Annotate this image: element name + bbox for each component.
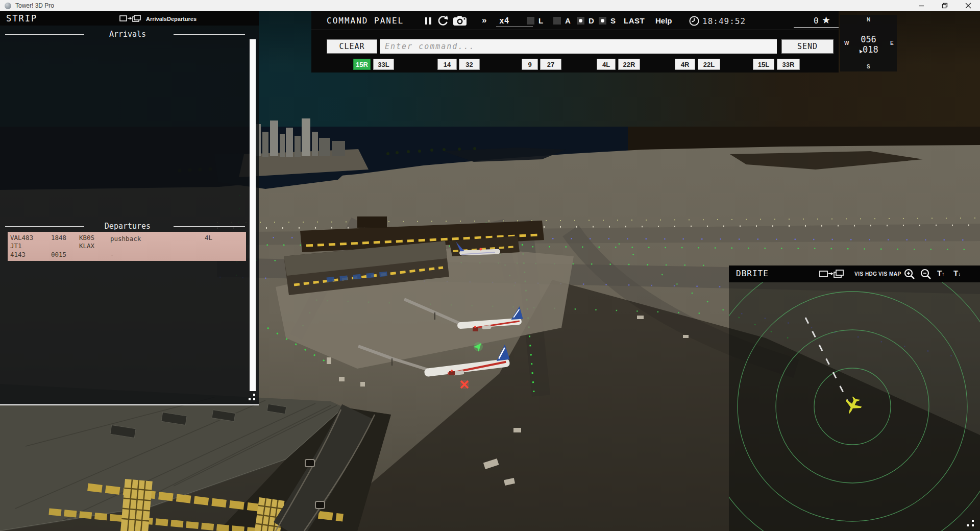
runway-button-15L[interactable]: 15L: [753, 59, 774, 70]
dbrite-header: DBRITE VIS HDG VIS MAP T↑ T↓: [729, 266, 980, 282]
strip-panel: STRIP Arrivals Departures Arrivals Depar…: [0, 11, 259, 405]
arrivals-section-header: Arrivals: [0, 30, 259, 40]
score-underline: [794, 27, 839, 28]
replay-icon[interactable]: [437, 15, 449, 27]
departures-section-header: Departures: [0, 222, 259, 232]
toggle-L-label: L: [538, 16, 543, 25]
strip-panel-title: STRIP: [6, 13, 37, 23]
score-star-icon: ★: [822, 14, 830, 26]
toggle-A-label: A: [565, 16, 571, 25]
strip-destination: KLAX: [79, 242, 94, 250]
runway-button-4R[interactable]: 4R: [675, 59, 695, 70]
radar-scope[interactable]: [729, 266, 980, 531]
strip-scrollbar[interactable]: [250, 39, 256, 391]
text-size-up-button[interactable]: T↑: [937, 269, 944, 277]
toggle-D-label: D: [589, 16, 594, 25]
strip-squawk: 1848: [51, 234, 66, 242]
score-value: 0: [814, 16, 819, 26]
command-panel-title: COMMAND PANEL: [327, 16, 404, 26]
clock-icon: [689, 16, 699, 26]
close-icon: [965, 3, 971, 9]
window-titlebar: Tower! 3D Pro: [0, 0, 980, 11]
wind-heading-value: 056: [840, 34, 897, 44]
restore-icon: [942, 3, 948, 9]
command-panel: COMMAND PANEL » x4 L A D S LAST Help 18:…: [311, 11, 839, 73]
tab-departures[interactable]: Departures: [167, 16, 197, 22]
runway-button-32[interactable]: 32: [459, 59, 480, 70]
runway-button-27[interactable]: 27: [540, 59, 561, 70]
runway-button-9[interactable]: 9: [522, 59, 538, 70]
runway-button-14[interactable]: 14: [437, 59, 457, 70]
dbrite-resize-grip: [967, 520, 974, 526]
dbrite-title: DBRITE: [736, 269, 769, 278]
dbrite-popout-icon[interactable]: [819, 269, 845, 279]
restore-button[interactable]: [933, 0, 957, 11]
flight-strip-VAL483[interactable]: VAL483 1848 KB0S pushback 4L JT1 KLAX 41…: [8, 232, 246, 261]
radar-aircraft-icon: [841, 395, 864, 418]
runway-button-4L[interactable]: 4L: [597, 59, 616, 70]
toggle-D[interactable]: [577, 17, 584, 25]
sim-clock: 18:49:52: [702, 16, 746, 26]
toggle-L[interactable]: [527, 17, 534, 25]
compass-wind-indicator: N W E S 056 ▲018: [840, 15, 897, 71]
toggle-S[interactable]: [599, 17, 606, 25]
zoom-in-icon[interactable]: [903, 269, 916, 280]
runway-button-33L[interactable]: 33L: [373, 59, 394, 70]
strip-callsign: VAL483: [10, 234, 33, 242]
dbrite-radar-panel: DBRITE VIS HDG VIS MAP T↑ T↓: [729, 266, 980, 531]
command-input[interactable]: [380, 39, 777, 54]
strip-origin: KB0S: [79, 234, 94, 242]
strip-panel-header: STRIP Arrivals Departures: [0, 11, 259, 26]
vis-hdg-button[interactable]: VIS HDG: [854, 271, 877, 277]
strip-status: pushback: [110, 235, 141, 243]
minimize-button[interactable]: [910, 0, 933, 11]
runway-button-15R[interactable]: 15R: [353, 59, 371, 70]
fast-forward-chevrons[interactable]: »: [482, 15, 486, 26]
zoom-out-icon[interactable]: [920, 269, 932, 280]
strip-time: 0015: [51, 251, 66, 258]
strip-note: -: [110, 251, 114, 258]
strip-code: 4143: [10, 251, 26, 258]
camera-icon[interactable]: [453, 16, 468, 26]
runway-button-33R[interactable]: 33R: [777, 59, 800, 70]
tab-arrivals[interactable]: Arrivals: [146, 16, 167, 22]
arrow-down-icon: ↓: [958, 271, 961, 277]
toggle-A[interactable]: [553, 17, 561, 25]
command-panel-divider: [311, 30, 839, 30]
window-title: Tower! 3D Pro: [15, 2, 54, 9]
pause-icon[interactable]: [425, 17, 432, 25]
strip-resize-grip[interactable]: [253, 394, 255, 396]
sim-speed-label[interactable]: x4: [499, 16, 509, 26]
app-icon: [5, 3, 11, 9]
clear-command-button[interactable]: CLEAR: [327, 39, 377, 54]
runway-button-22R[interactable]: 22R: [618, 59, 640, 70]
help-button[interactable]: Help: [655, 16, 672, 25]
close-button[interactable]: [957, 0, 980, 11]
compass-south-label: S: [867, 64, 870, 69]
send-command-button[interactable]: SEND: [781, 39, 834, 54]
wind-speed-value: ▲018: [840, 44, 897, 55]
minimize-icon: [918, 3, 924, 9]
popout-window-icon[interactable]: [119, 14, 142, 23]
text-size-down-button[interactable]: T↓: [953, 269, 961, 277]
runway-button-22L[interactable]: 22L: [698, 59, 720, 70]
strip-runway: 4L: [205, 234, 212, 242]
strip-flight-id: JT1: [10, 242, 22, 250]
speed-underline: [496, 27, 533, 27]
last-command-button[interactable]: LAST: [624, 16, 645, 25]
toggle-S-label: S: [610, 16, 616, 25]
arrow-up-icon: ↑: [942, 271, 944, 277]
compass-north-label: N: [867, 17, 870, 22]
vis-map-button[interactable]: VIS MAP: [878, 271, 901, 277]
